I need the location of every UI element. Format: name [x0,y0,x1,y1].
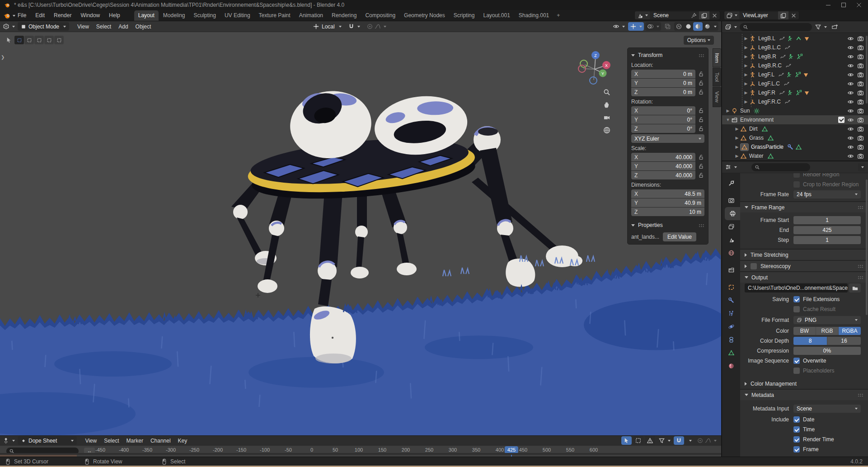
pin-icon[interactable] [689,11,699,19]
select-intersect-button[interactable] [54,36,64,44]
workspace-tab-compositing[interactable]: Compositing [361,10,399,21]
depth-option-16[interactable]: 16 [827,337,861,345]
properties-tab-render[interactable] [722,194,740,207]
menu-window[interactable]: Window [76,11,104,20]
viewlayer-selector[interactable]: ViewLayer [724,11,799,20]
depth-option-8[interactable]: 8 [793,337,827,345]
editor-type-button[interactable] [725,164,737,170]
outliner-row-sun[interactable]: ▶Sun [722,106,868,115]
scale-x-field[interactable]: X40.000 [631,153,695,161]
timeline-ruler[interactable]: ↔ -450-400-350-300-250-200-150-100-50050… [0,446,721,457]
expand-arrow-icon[interactable]: ▶ [734,136,740,140]
object-name[interactable]: Dirt [749,126,758,132]
metadata-panel-header[interactable]: Metadata [740,390,868,400]
color-option-rgba[interactable]: RGBA [839,327,861,335]
frame-end-field[interactable]: 425 [793,226,861,234]
workspace-tab-rendering[interactable]: Rendering [328,10,361,21]
file-format-dropdown[interactable]: PNG [793,316,861,324]
outliner-row-legb-l-c[interactable]: ▶LegB.L.C [722,43,868,52]
maximize-icon[interactable] [841,2,846,8]
dimension-z-field[interactable]: Z10 m [631,208,704,216]
frame-step-field[interactable]: 1 [793,236,861,244]
hide-eye-icon[interactable] [847,44,857,51]
delete-viewlayer-icon[interactable] [788,11,799,19]
properties-options-dropdown[interactable] [858,163,865,171]
close-icon[interactable] [856,2,862,8]
object-name[interactable]: LegB.L.C [758,44,781,51]
render-visibility-icon[interactable] [857,98,866,105]
color-option-rgb[interactable]: RGB [816,327,839,335]
expand-arrow-icon[interactable]: ▶ [734,127,740,131]
workspace-tab-layout[interactable]: Layout [134,10,159,21]
hide-eye-icon[interactable] [847,89,857,96]
dopesheet-menu-marker[interactable]: Marker [123,436,147,445]
outliner-row-grassparticle[interactable]: ▶GrassParticle [722,142,868,151]
new-collection-button[interactable] [830,23,840,31]
include-frame-checkbox[interactable] [793,446,800,453]
hide-eye-icon[interactable] [847,98,857,105]
ortho-toggle-icon[interactable] [603,126,611,134]
pan-hand-icon[interactable] [603,101,611,109]
properties-tab-physics[interactable] [722,320,740,333]
object-name[interactable]: LegB.R [758,53,776,60]
render-visibility-icon[interactable] [857,53,866,60]
lock-icon[interactable] [695,116,704,123]
workspace-tab-layout-001[interactable]: Layout.001 [479,10,514,21]
render-visibility-icon[interactable] [857,71,866,78]
object-name[interactable]: LegF.R.C [758,99,781,105]
viewport-canvas[interactable]: Options ❯ Z X Y [0,32,721,435]
display-mode-dropdown[interactable] [725,24,737,30]
xray-toggle[interactable] [662,22,673,31]
expand-arrow-icon[interactable]: ▶ [743,99,749,104]
lock-icon[interactable] [695,89,704,95]
render-visibility-icon[interactable] [857,143,866,150]
workspace-tab-uv-editing[interactable]: UV Editing [221,10,254,21]
expand-arrow-icon[interactable]: ▶ [734,145,740,149]
properties-scrollbar[interactable] [866,179,868,315]
render-visibility-icon[interactable] [857,80,866,87]
zoom-icon[interactable] [603,88,611,96]
object-name[interactable]: GrassParticle [751,144,784,150]
render-visibility-icon[interactable] [857,89,866,96]
render-visibility-icon[interactable] [857,125,866,132]
expand-arrow-icon[interactable]: ▶ [743,90,749,95]
dopesheet-menu-channel[interactable]: Channel [147,436,174,445]
hide-eye-icon[interactable] [847,152,857,159]
expand-arrow-icon[interactable]: ▶ [743,72,749,77]
shading-material-button[interactable] [693,22,703,31]
snap-keyframe-button[interactable] [674,436,684,445]
lock-icon[interactable] [695,125,704,132]
workspace-tab-shading-001[interactable]: Shading.001 [515,10,553,21]
workspace-tab-modeling[interactable]: Modeling [159,10,189,21]
active-tool-icon[interactable] [5,37,12,43]
drag-dots-icon[interactable] [699,54,704,57]
hide-eye-icon[interactable] [847,71,857,78]
stereoscopy-checkbox[interactable] [751,263,757,269]
hide-eye-icon[interactable] [847,143,857,150]
options-button[interactable]: Options [684,36,714,45]
expand-arrow-icon[interactable]: ▶ [743,36,749,41]
properties-tab-modifiers[interactable] [722,294,740,307]
editor-type-button[interactable] [3,437,15,444]
rotation-y-field[interactable]: Y0° [631,115,695,124]
frame-start-field[interactable]: 1 [793,216,861,224]
camera-view-icon[interactable] [603,113,611,122]
outliner-row-legf-l[interactable]: ▶LegF.L [722,70,868,79]
menu-help[interactable]: Help [105,11,124,20]
viewlayer-name[interactable]: ViewLayer [739,12,778,19]
frame-rate-dropdown[interactable]: 24 fps [793,190,861,198]
time-stretching-panel-header[interactable]: Time Stretching [740,250,868,260]
properties-tab-object-data[interactable] [722,346,740,359]
overlays-toggle[interactable] [645,22,661,31]
shading-rendered-button[interactable] [703,22,712,31]
object-name[interactable]: LegF.L.C [758,80,780,87]
properties-search-input[interactable] [751,163,810,171]
output-panel-header[interactable]: Output [740,272,868,283]
outliner-row-legf-l-c[interactable]: ▶LegF.L.C [722,79,868,88]
object-name[interactable]: LegB.L [758,35,775,42]
render-visibility-icon[interactable] [857,152,866,159]
color-management-panel-header[interactable]: Color Management [740,378,868,389]
object-name[interactable]: Grass [749,135,764,141]
shading-solid-button[interactable] [684,22,693,31]
rotation-x-field[interactable]: X0° [631,106,695,115]
